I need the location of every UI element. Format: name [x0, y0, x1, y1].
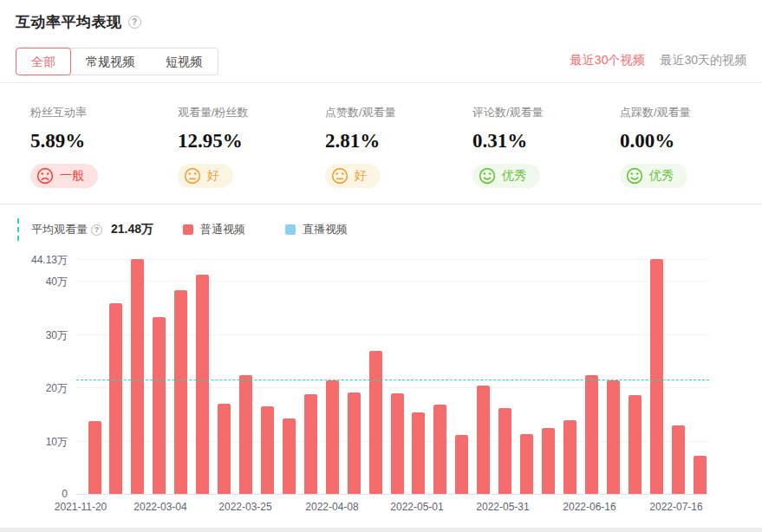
smile-face-icon	[626, 167, 643, 185]
bar-普通视频	[348, 393, 361, 494]
bar-普通视频	[542, 428, 555, 494]
y-axis-tick-label: 0	[0, 488, 68, 500]
bar-普通视频	[239, 375, 252, 494]
x-axis-tick-label: 2022-05-01	[390, 501, 443, 513]
range-toggle: 最近30个视频 最近30天的视频	[570, 53, 746, 68]
gridline	[76, 259, 709, 260]
rating-badge: 好	[325, 164, 381, 188]
metric-likes-per-view: 点赞数/观看量 2.81% 好	[325, 97, 472, 188]
metric-label: 点踩数/观看量	[620, 106, 762, 120]
bar-普通视频	[326, 380, 339, 494]
bar-普通视频	[694, 456, 707, 494]
legend-label: 直播视频	[303, 222, 348, 237]
gridline	[76, 334, 709, 335]
engagement-dashboard: 互动率平均表现 ? 全部 常规视频 短视频 最近30个视频 最近30天的视频 粉…	[0, 0, 762, 532]
range-last-30-days[interactable]: 最近30天的视频	[660, 53, 746, 68]
rating-text: 优秀	[649, 168, 674, 184]
bar-普通视频	[391, 393, 404, 494]
legend-swatch-blue	[285, 224, 296, 235]
average-views-value: 21.48万	[111, 222, 153, 237]
bar-普通视频	[433, 405, 446, 494]
bar-普通视频	[455, 435, 468, 494]
metric-label: 粉丝互动率	[30, 106, 178, 120]
rating-badge: 优秀	[472, 164, 540, 188]
bar-普通视频	[304, 394, 317, 494]
y-axis-tick-label: 44.13万	[0, 253, 68, 268]
average-dashed-line	[76, 380, 709, 380]
legend-label: 普通视频	[200, 222, 245, 237]
tab-regular-videos[interactable]: 常规视频	[70, 49, 150, 75]
sad-face-icon	[36, 167, 54, 185]
bar-普通视频	[88, 421, 101, 494]
gridline	[76, 281, 709, 282]
average-help-icon[interactable]: ?	[91, 224, 102, 236]
smile-face-icon	[479, 167, 496, 185]
metric-value: 0.00%	[620, 130, 762, 152]
x-axis-line	[76, 494, 709, 495]
tab-all[interactable]: 全部	[16, 48, 71, 75]
bar-plot	[76, 259, 709, 494]
rating-text: 好	[207, 168, 219, 184]
x-axis-tick-label: 2022-05-31	[476, 501, 529, 513]
divider	[0, 82, 762, 83]
average-line-indicator	[17, 218, 19, 241]
bar-普通视频	[283, 418, 296, 494]
bar-普通视频	[218, 404, 231, 494]
y-axis-tick-label: 20万	[0, 381, 68, 396]
tab-short-videos[interactable]: 短视频	[150, 49, 218, 75]
metric-value: 2.81%	[325, 130, 472, 152]
bar-普通视频	[477, 386, 490, 494]
views-chart: 平均观看量 ? 21.48万 普通视频 直播视频 44.13万40万30万20万…	[0, 204, 762, 527]
metric-label: 观看量/粉丝数	[178, 106, 325, 120]
bar-普通视频	[672, 425, 685, 494]
page-title: 互动率平均表现	[16, 12, 122, 32]
rating-badge: 好	[178, 164, 233, 188]
metric-label: 点赞数/观看量	[325, 106, 472, 120]
bar-普通视频	[607, 380, 620, 494]
bottom-scrollbar-track[interactable]	[0, 528, 762, 532]
bar-普通视频	[369, 351, 382, 494]
video-type-tabs: 全部 常规视频 短视频	[16, 48, 218, 75]
metric-views-per-fan: 观看量/粉丝数 12.95% 好	[178, 97, 325, 188]
bar-普通视频	[585, 375, 598, 494]
x-axis-tick-label: 2022-03-04	[134, 501, 186, 513]
x-axis-tick-label: 2022-04-08	[305, 501, 358, 513]
bar-普通视频	[109, 303, 122, 494]
bar-普通视频	[412, 412, 425, 494]
y-axis-tick-label: 10万	[0, 435, 68, 450]
metric-comments-per-view: 评论数/观看量 0.31% 优秀	[472, 97, 620, 188]
average-views-label: 平均观看量 ?	[31, 222, 102, 237]
bar-普通视频	[498, 408, 511, 494]
bar-普通视频	[131, 259, 144, 494]
metric-label: 评论数/观看量	[472, 106, 620, 120]
x-axis-tick-label: 2022-07-16	[649, 501, 702, 513]
legend-item-normal-video[interactable]: 普通视频	[183, 222, 245, 237]
rating-badge: 一般	[30, 164, 98, 188]
rating-text: 好	[355, 168, 367, 184]
bar-普通视频	[196, 275, 209, 494]
average-views-text: 平均观看量	[31, 222, 88, 237]
metric-value: 0.31%	[472, 130, 620, 152]
metric-value: 12.95%	[178, 130, 325, 152]
y-axis-tick-label: 40万	[0, 275, 68, 289]
range-last-30-videos[interactable]: 最近30个视频	[570, 53, 645, 68]
y-axis-tick-label: 30万	[0, 328, 68, 343]
neutral-face-icon	[184, 167, 201, 185]
x-axis-tick-label: 2021-11-20	[55, 501, 107, 513]
bar-普通视频	[153, 317, 166, 494]
bar-普通视频	[628, 395, 642, 494]
metric-dislikes-per-view: 点踩数/观看量 0.00% 优秀	[620, 97, 762, 188]
bar-普通视频	[650, 259, 663, 494]
x-axis-tick-label: 2022-03-25	[218, 501, 271, 513]
legend-swatch-red	[183, 224, 193, 235]
x-axis-tick-label: 2022-06-16	[563, 501, 615, 513]
bar-普通视频	[520, 434, 533, 494]
legend-item-live-video[interactable]: 直播视频	[285, 222, 348, 237]
header: 互动率平均表现 ?	[16, 12, 141, 32]
bar-普通视频	[174, 290, 187, 494]
help-icon[interactable]: ?	[128, 16, 141, 29]
rating-text: 优秀	[502, 168, 526, 184]
neutral-face-icon	[331, 167, 348, 185]
bar-普通视频	[563, 420, 576, 494]
chart-legend-row: 平均观看量 ? 21.48万 普通视频 直播视频	[17, 218, 348, 241]
